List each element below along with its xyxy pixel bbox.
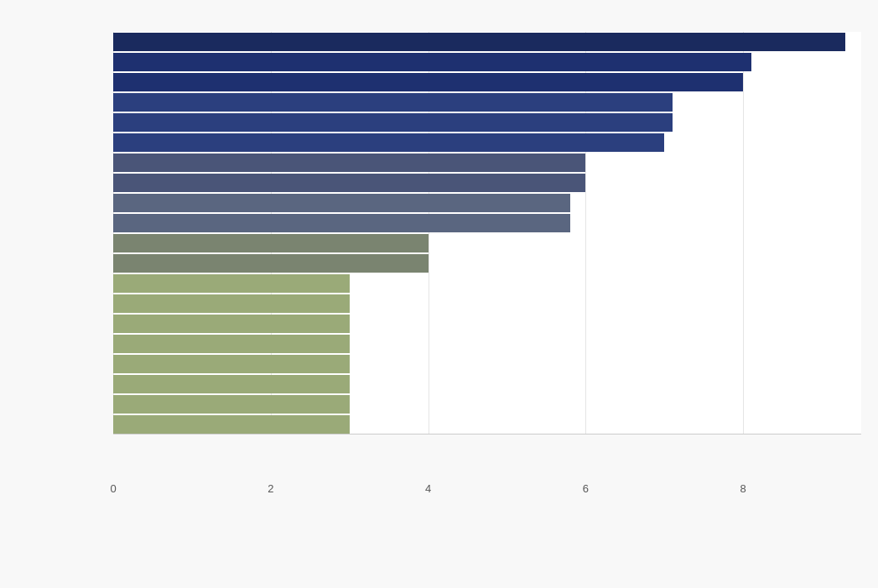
grid-line <box>585 32 586 434</box>
bar-command <box>113 214 570 232</box>
bar-day <box>113 93 673 112</box>
x-axis: 02468 <box>17 479 861 482</box>
grid-line <box>743 32 744 434</box>
bar-ireland <box>113 133 664 152</box>
bar-pwn <box>113 395 350 414</box>
bar-nas <box>113 254 429 273</box>
chart-container: vulnerabilityqnapinjectiondaypwnownirela… <box>0 0 878 588</box>
bar-qnap <box>113 53 751 71</box>
bar-zero <box>113 154 585 172</box>
plot-area <box>113 32 861 434</box>
bar-pwnown <box>113 113 673 132</box>
bar-demonstrate <box>113 234 429 252</box>
x-tick-8: 8 <box>740 482 746 495</box>
bar-master <box>113 375 350 393</box>
x-tick-4: 4 <box>425 482 431 495</box>
grid-line <box>429 32 429 434</box>
bar-recent <box>113 335 350 353</box>
x-tick-2: 2 <box>268 482 273 495</box>
bar-point <box>113 415 350 434</box>
x-tick-6: 6 <box>583 482 589 495</box>
bar-second <box>113 274 350 293</box>
bar-address <box>113 194 570 212</box>
bar-sql <box>113 355 350 373</box>
grid-line <box>271 32 272 434</box>
y-axis-labels: vulnerabilityqnapinjectiondaypwnownirela… <box>17 32 113 434</box>
bar-security <box>113 315 350 333</box>
bar-october <box>113 294 350 313</box>
grid-line <box>113 32 114 434</box>
bar-injection <box>113 73 743 91</box>
bar-vulnerability <box>113 33 845 51</box>
x-tick-0: 0 <box>110 482 116 495</box>
bar-exploit <box>113 174 585 192</box>
